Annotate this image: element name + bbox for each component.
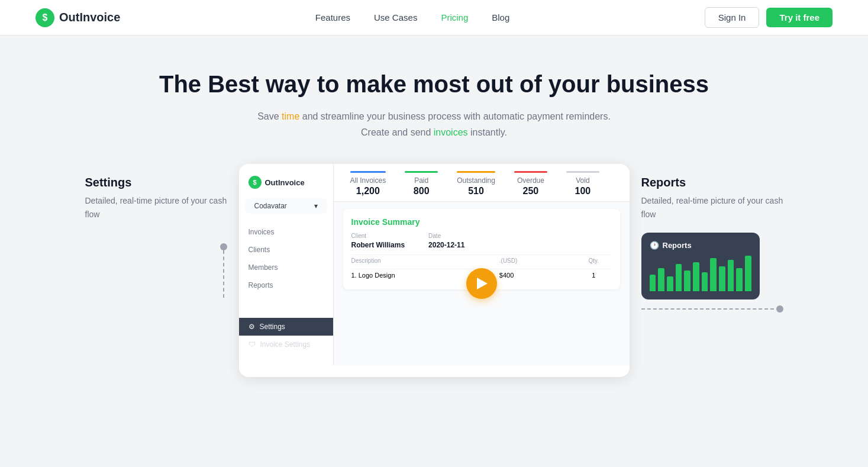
- bar-item: [719, 266, 725, 291]
- bar-item: [658, 268, 664, 291]
- bar-item: [745, 256, 751, 291]
- sidebar-item-invoices[interactable]: Invoices: [239, 223, 333, 241]
- dashed-connector-left: [85, 243, 227, 298]
- dash-logo-text: OutInvoice: [265, 178, 305, 187]
- nav-features[interactable]: Features: [315, 12, 350, 22]
- logo[interactable]: $ OutInvoice: [36, 8, 120, 27]
- tab-label-void: Void: [576, 176, 589, 185]
- settings-icon: ⚙: [249, 323, 255, 331]
- tab-count-void: 100: [575, 186, 591, 197]
- dashed-vertical-left: [223, 250, 224, 298]
- tab-count-overdue: 250: [523, 186, 539, 197]
- dashboard-sidebar: $ OutInvoice Codavatar ▾ Invoices Client…: [239, 164, 334, 365]
- inv-table-header: Description .(USD) Qty.: [351, 255, 612, 269]
- client-field: Client Robert Williams: [351, 233, 405, 250]
- dash-logo-icon: $: [249, 176, 262, 189]
- sidebar-item-reports[interactable]: Reports: [239, 276, 333, 294]
- tab-label-paid: Paid: [414, 176, 428, 185]
- client-label: Client: [351, 233, 405, 239]
- bar-item: [710, 258, 717, 291]
- bar-item: [736, 268, 743, 291]
- invoice-area: Invoice Summary Client Robert Williams D…: [334, 201, 630, 365]
- tab-paid[interactable]: Paid 800: [398, 171, 445, 201]
- reports-card: 🕐 Reports: [641, 233, 760, 299]
- feature-section: Settings Detailed, real-time picture of …: [0, 164, 868, 377]
- sidebar-item-invoice-settings[interactable]: 🛡 Invoice Settings: [239, 336, 333, 353]
- dash-logo: $ OutInvoice: [239, 176, 333, 198]
- feature-right: Reports Detailed, real-time picture of y…: [630, 164, 783, 313]
- navbar-actions: Sign In Try it free: [705, 7, 832, 28]
- sidebar-bottom: ⚙ Settings 🛡 Invoice Settings: [239, 318, 333, 353]
- tab-void[interactable]: Void 100: [559, 171, 606, 201]
- dot-left: [220, 243, 227, 250]
- sign-in-button[interactable]: Sign In: [705, 7, 760, 28]
- hero-subtext: Save time and streamline your business p…: [257, 108, 612, 140]
- sidebar-item-members[interactable]: Members: [239, 259, 333, 276]
- tab-label-outstanding: Outstanding: [457, 176, 495, 185]
- dashed-horizontal-right: [641, 308, 774, 310]
- bar-item: [684, 270, 690, 291]
- bar-item: [667, 276, 673, 291]
- dot-right: [776, 305, 783, 313]
- feature-right-desc: Detailed, real-time picture of your cash…: [641, 194, 783, 221]
- hero-section: The Best way to make most out of your bu…: [0, 36, 868, 158]
- invoice-summary-title: Invoice Summary: [351, 217, 612, 227]
- tab-bar-all: [350, 171, 386, 173]
- hero-heading: The Best way to make most out of your bu…: [12, 71, 856, 98]
- date-value: 2020-12-11: [428, 241, 464, 249]
- try-free-button[interactable]: Try it free: [766, 8, 832, 27]
- main-nav: Features Use Cases Pricing Blog: [315, 12, 509, 22]
- logo-icon: $: [36, 8, 54, 27]
- dashboard-card: $ OutInvoice Codavatar ▾ Invoices Client…: [239, 164, 630, 377]
- tab-count-paid: 800: [414, 186, 430, 197]
- workspace-dropdown[interactable]: Codavatar ▾: [245, 198, 327, 214]
- clock-icon: 🕐: [650, 241, 659, 250]
- dashed-connector-right: [641, 305, 783, 313]
- tab-count-all: 1,200: [356, 186, 380, 197]
- tab-bar-outstanding: [457, 171, 495, 173]
- play-icon: [477, 278, 488, 289]
- sidebar-item-settings[interactable]: ⚙ Settings: [239, 318, 333, 336]
- tab-overdue[interactable]: Overdue 250: [507, 171, 554, 201]
- chevron-down-icon: ▾: [314, 202, 318, 210]
- dashboard-main: All Invoices 1,200 Paid 800 Outstanding …: [334, 164, 630, 365]
- play-button[interactable]: [466, 268, 497, 299]
- feature-right-title: Reports: [641, 176, 783, 189]
- inv-qty: 1: [576, 272, 612, 279]
- feature-left-title: Settings: [85, 176, 227, 189]
- inv-price: $400: [499, 272, 571, 279]
- feature-left: Settings Detailed, real-time picture of …: [85, 164, 239, 298]
- reports-card-title: 🕐 Reports: [650, 241, 751, 250]
- date-field: Date 2020-12-11: [428, 233, 464, 250]
- tab-bar-overdue: [514, 171, 547, 173]
- date-label: Date: [428, 233, 464, 239]
- sidebar-item-clients[interactable]: Clients: [239, 241, 333, 259]
- nav-pricing[interactable]: Pricing: [441, 12, 468, 22]
- nav-use-cases[interactable]: Use Cases: [374, 12, 417, 22]
- tab-label-overdue: Overdue: [517, 176, 544, 185]
- tab-bar-void: [566, 171, 599, 173]
- bar-item: [676, 264, 682, 291]
- feature-left-desc: Detailed, real-time picture of your cash…: [85, 194, 227, 221]
- tab-bar-paid: [405, 171, 438, 173]
- logo-text: OutInvoice: [59, 11, 120, 24]
- bar-item: [728, 260, 734, 291]
- bar-item: [693, 262, 699, 291]
- invoice-tabs: All Invoices 1,200 Paid 800 Outstanding …: [334, 164, 630, 201]
- nav-blog[interactable]: Blog: [492, 12, 509, 22]
- bar-item: [650, 275, 656, 291]
- tab-all-invoices[interactable]: All Invoices 1,200: [343, 171, 393, 201]
- navbar: $ OutInvoice Features Use Cases Pricing …: [0, 0, 868, 36]
- tab-count-outstanding: 510: [468, 186, 484, 197]
- bar-item: [702, 272, 708, 291]
- reports-bars: [650, 256, 751, 291]
- tab-label-all: All Invoices: [350, 176, 386, 185]
- tab-outstanding[interactable]: Outstanding 510: [450, 171, 502, 201]
- client-value: Robert Williams: [351, 241, 405, 249]
- invoice-meta-row: Client Robert Williams Date 2020-12-11: [351, 233, 612, 250]
- shield-icon: 🛡: [249, 340, 256, 349]
